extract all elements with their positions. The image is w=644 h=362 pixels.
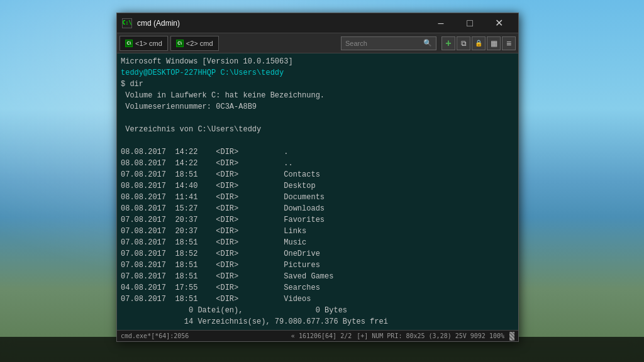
dir-entry-11: 07.08.2017 18:51 <DIR> Saved Games	[121, 272, 333, 281]
tab-2[interactable]: C\ <2> cmd	[170, 36, 219, 51]
dir-entry-2: 07.08.2017 18:51 <DIR> Contacts	[121, 170, 320, 179]
dir-entry-3: 08.08.2017 14:40 <DIR> Desktop	[121, 182, 316, 190]
terminal-vol2: Volumeseriennummer: 0C3A-A8B9	[121, 102, 257, 111]
dir-entry-9: 07.08.2017 18:52 <DIR> OneDrive	[121, 250, 320, 258]
maximize-button[interactable]: □	[455, 13, 484, 33]
minimize-button[interactable]: –	[426, 13, 455, 33]
terminal-line-version: Microsoft Windows [Version 10.0.15063]	[121, 57, 293, 66]
title-controls: – □ ✕	[426, 13, 513, 33]
desktop: C:\ cmd (Admin) – □ ✕ C\ <1> cmd C\ <2> …	[0, 0, 644, 362]
dir-entry-6: 07.08.2017 20:37 <DIR> Favorites	[121, 216, 325, 224]
dir-entry-8: 07.08.2017 18:51 <DIR> Music	[121, 238, 306, 247]
terminal-dir-label: Verzeichnis von C:\Users\teddy	[121, 125, 261, 134]
layout-button[interactable]: ▦	[487, 36, 501, 50]
search-box: 🔍	[341, 36, 436, 50]
status-nav: « 161206[64] 2/2	[291, 332, 352, 339]
dir-entry-5: 08.08.2017 15:27 <DIR> Downloads	[121, 204, 325, 213]
tab-2-icon: C\	[176, 40, 184, 47]
add-tab-button[interactable]: +	[441, 36, 455, 50]
window-icon: C:\	[122, 18, 132, 28]
dir-entry-0: 08.08.2017 14:22 <DIR> .	[121, 148, 288, 156]
dir-entry-12: 04.08.2017 17:55 <DIR> Searches	[121, 283, 320, 292]
dir-entry-4: 08.08.2017 11:41 <DIR> Documents	[121, 193, 325, 202]
terminal-vol1: Volume in Laufwerk C: hat keine Bezeichn…	[121, 91, 325, 100]
lock-button[interactable]: 🔒	[472, 36, 486, 50]
resize-handle[interactable]	[509, 332, 514, 341]
cmd-window: C:\ cmd (Admin) – □ ✕ C\ <1> cmd C\ <2> …	[116, 13, 519, 342]
window-title: cmd (Admin)	[137, 19, 426, 28]
summary-1: 0 Datei(en), 0 Bytes	[121, 306, 347, 315]
tab-1-icon: C\	[125, 40, 133, 47]
tab-2-label: <2> cmd	[186, 40, 213, 47]
dir-entry-10: 07.08.2017 18:51 <DIR> Pictures	[121, 261, 320, 270]
status-process: cmd.exe*[*64]:2056	[121, 332, 286, 339]
split-button[interactable]: ⧉	[457, 36, 470, 50]
terminal-cmd: $ dir	[121, 80, 143, 89]
terminal-content[interactable]: Microsoft Windows [Version 10.0.15063] t…	[117, 53, 518, 330]
tab-1[interactable]: C\ <1> cmd	[119, 36, 168, 51]
toolbar-icons: + ⧉ 🔒 ▦ ≡	[441, 36, 516, 50]
terminal-prompt-user: teddy@DESKTOP-227HHQP C:\Users\teddy	[121, 69, 284, 77]
status-indicators: [+] NUM PRI: 80x25 (3,28) 25V 9092 100%	[357, 332, 504, 339]
search-icon: 🔍	[423, 39, 432, 47]
status-bar: cmd.exe*[*64]:2056 « 161206[64] 2/2 [+] …	[117, 330, 518, 341]
menu-button[interactable]: ≡	[502, 36, 516, 50]
dir-entry-13: 07.08.2017 18:51 <DIR> Videos	[121, 295, 311, 304]
summary-2: 14 Verzeichnis(se), 79.080.677.376 Bytes…	[121, 317, 388, 326]
dir-entry-7: 07.08.2017 20:37 <DIR> Links	[121, 227, 306, 236]
dir-entry-1: 08.08.2017 14:22 <DIR> ..	[121, 159, 293, 168]
search-input[interactable]	[345, 40, 421, 47]
tab-1-label: <1> cmd	[135, 40, 162, 47]
tab-bar: C\ <1> cmd C\ <2> cmd 🔍 + ⧉ 🔒 ▦ ≡	[117, 33, 518, 53]
title-bar: C:\ cmd (Admin) – □ ✕	[117, 13, 518, 33]
close-button[interactable]: ✕	[484, 13, 513, 33]
